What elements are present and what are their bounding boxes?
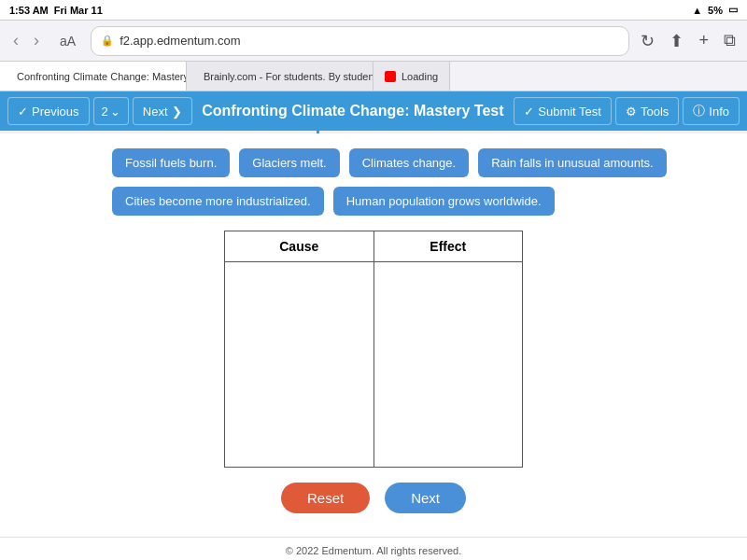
tab-brainly[interactable]: Brainly.com - For students. By students.: [187, 62, 374, 91]
toolbar-right: ✓ Submit Test ⚙ Tools ⓘ Info: [514, 97, 740, 125]
tabs-bar: Confronting Climate Change: Mastery Test…: [0, 62, 747, 91]
time-display: 1:53 AM: [9, 5, 49, 16]
effect-header: Effect: [374, 231, 523, 262]
cause-header: Cause: [225, 231, 374, 262]
next-button-bottom[interactable]: Next: [385, 483, 466, 513]
cause-effect-table: Cause Effect: [224, 231, 523, 468]
submit-test-button[interactable]: ✓ Submit Test: [514, 97, 612, 125]
next-label-top: Next: [143, 105, 168, 119]
chevron-down-icon: ⌄: [110, 105, 120, 119]
chip-rain[interactable]: Rain falls in unusual amounts.: [478, 148, 666, 177]
tabs-button[interactable]: ⧉: [720, 27, 740, 55]
address-bar[interactable]: 🔒 f2.app.edmentum.com: [91, 26, 629, 56]
info-icon: ⓘ: [693, 103, 705, 119]
browser-bar: ‹ › aA 🔒 f2.app.edmentum.com ↻ ⬆ + ⧉: [0, 21, 747, 62]
share-button[interactable]: ⬆: [666, 27, 687, 55]
date-display: Fri Mar 11: [54, 5, 103, 16]
chip-fossil-fuels[interactable]: Fossil fuels burn.: [112, 148, 230, 177]
tools-button[interactable]: ⚙ Tools: [615, 97, 679, 125]
status-bar: 1:53 AM Fri Mar 11 ▲ 5% ▭: [0, 0, 747, 21]
lock-icon: 🔒: [101, 35, 114, 47]
battery-icon: ▭: [728, 4, 738, 16]
browser-actions: ↻ ⬆ + ⧉: [637, 27, 740, 55]
tab-label-1: Confronting Climate Change: Mastery Test: [17, 71, 187, 82]
question-number[interactable]: 2 ⌄: [93, 97, 129, 125]
chip-population[interactable]: Human population grows worldwide.: [333, 187, 555, 216]
page-title: Confronting Climate Change: Mastery Test: [196, 103, 511, 119]
chip-climates[interactable]: Climates change.: [349, 148, 469, 177]
info-button[interactable]: ⓘ Info: [683, 97, 740, 125]
reset-button[interactable]: Reset: [281, 483, 370, 513]
question-num-value: 2: [102, 105, 108, 119]
footer: © 2022 Edmentum. All rights reserved.: [0, 537, 747, 560]
battery-display: 5%: [708, 5, 723, 16]
tools-label: Tools: [641, 105, 669, 119]
forward-button[interactable]: ›: [28, 27, 45, 54]
action-row: Reset Next: [19, 483, 728, 513]
next-arrow-icon: ❯: [172, 105, 182, 119]
tools-icon: ⚙: [626, 105, 637, 119]
url-display: f2.app.edmentum.com: [120, 34, 240, 48]
submit-check-icon: ✓: [524, 105, 534, 119]
chip-cities[interactable]: Cities become more industrialized.: [112, 187, 324, 216]
previous-label: Previous: [32, 105, 79, 119]
tab-loading[interactable]: Loading: [374, 62, 450, 91]
copyright-text: © 2022 Edmentum. All rights reserved.: [286, 545, 461, 556]
info-label: Info: [709, 105, 729, 119]
back-button[interactable]: ‹: [7, 27, 24, 54]
submit-label: Submit Test: [538, 105, 601, 119]
tab-label-2: Brainly.com - For students. By students.: [204, 71, 374, 82]
browser-nav: ‹ ›: [7, 27, 45, 54]
add-tab-button[interactable]: +: [695, 27, 712, 55]
effect-drop-zone[interactable]: [374, 262, 523, 468]
main-content: Fossil fuels burn. Glaciers melt. Climat…: [0, 133, 747, 537]
tab-label-3: Loading: [402, 71, 438, 82]
app-toolbar: ✓ Previous 2 ⌄ Next ❯ Confronting Climat…: [0, 91, 747, 131]
reload-button[interactable]: ↻: [637, 27, 658, 55]
prev-chevron-icon: ✓: [18, 105, 28, 119]
reader-mode-button[interactable]: aA: [52, 30, 83, 52]
wifi-icon: ▲: [692, 5, 702, 16]
next-button-top[interactable]: Next ❯: [133, 97, 192, 125]
tab-mastery-test[interactable]: Confronting Climate Change: Mastery Test: [0, 62, 187, 91]
chip-glaciers[interactable]: Glaciers melt.: [239, 148, 339, 177]
tab-favicon-3: [385, 71, 396, 82]
cause-drop-zone[interactable]: [225, 262, 374, 468]
previous-button[interactable]: ✓ Previous: [7, 97, 90, 125]
draggable-items-container: Fossil fuels burn. Glaciers melt. Climat…: [19, 148, 728, 216]
